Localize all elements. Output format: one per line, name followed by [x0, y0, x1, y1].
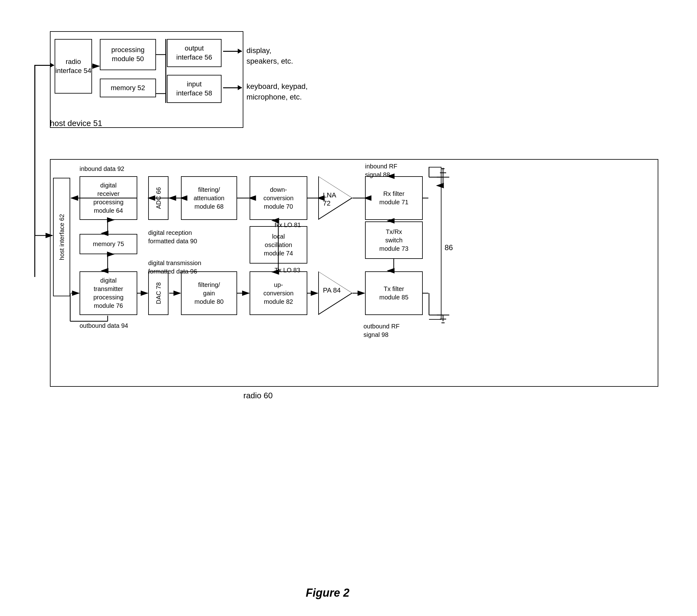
host-interface-box: host interface 62 [53, 178, 70, 296]
outbound-rf-label: outbound RFsignal 98 [364, 322, 400, 339]
outbound-data-94-label: outbound data 94 [79, 322, 128, 329]
digital-reception-label: digital receptionformatted data 90 [148, 229, 197, 245]
host-device-label: host device 51 [50, 119, 102, 128]
keyboard-label: keyboard, keypad,microphone, etc. [247, 81, 308, 102]
input-arrow [223, 87, 242, 88]
figure-label: Figure 2 [306, 586, 350, 600]
uc-module-box: up-conversionmodule 82 [250, 271, 307, 315]
adc-label: ADC 66 [154, 187, 163, 209]
txf-module-label: Tx filtermodule 85 [380, 285, 409, 302]
arrow-to-radio [34, 65, 54, 66]
bracket-86-label: 86 [445, 243, 453, 252]
host-interface-label: host interface 62 [58, 214, 66, 260]
drpm-label: digitalreceiverprocessingmodule 64 [93, 181, 123, 215]
dtpm-box: digitaltransmitterprocessingmodule 76 [79, 271, 137, 315]
output-arrow [223, 51, 242, 52]
dtpm-label: digitaltransmitterprocessingmodule 76 [93, 276, 123, 310]
lo-module-box: localoscillationmodule 74 [250, 226, 307, 264]
host-divider [165, 39, 166, 103]
output-interface-label: outputinterface 56 [176, 44, 212, 62]
dac-box: DAC 78 [148, 271, 168, 315]
fa-module-box: filtering/attenuationmodule 68 [181, 176, 237, 220]
vert-line-host-radio [34, 65, 35, 277]
fa-module-label: filtering/attenuationmodule 68 [194, 185, 225, 211]
pa-label: PA 84 [323, 286, 341, 295]
rxf-module-label: Rx filtermodule 71 [380, 190, 409, 207]
radio-interface-label: radiointerface 54 [56, 57, 91, 75]
rx-lo-label: Rx LO 81 [275, 222, 301, 229]
inbound-data-92-label: inbound data 92 [79, 165, 124, 172]
lo-module-label: localoscillationmodule 74 [264, 232, 293, 258]
inbound-rf-label: inbound RFsignal 88 [365, 162, 397, 179]
display-label: display,speakers, etc. [247, 45, 293, 66]
txrx-module-box: Tx/Rxswitchmodule 73 [365, 222, 423, 259]
drpm-box: digitalreceiverprocessingmodule 64 [79, 176, 137, 220]
processing-module-label: processingmodule 50 [112, 46, 145, 63]
radio-label: radio 60 [243, 391, 273, 401]
rxf-module-box: Rx filtermodule 71 [365, 176, 423, 220]
memory75-label: memory 75 [93, 240, 124, 247]
adc-box: ADC 66 [148, 176, 168, 220]
txf-module-box: Tx filtermodule 85 [365, 271, 423, 315]
input-interface-label: inputinterface 58 [176, 80, 212, 97]
bracket-86 [429, 167, 442, 320]
txrx-module-label: Tx/Rxswitchmodule 73 [380, 228, 409, 253]
fg-module-label: filtering/gainmodule 80 [194, 281, 223, 306]
memory75-box: memory 75 [79, 234, 137, 254]
dac-label: DAC 78 [154, 282, 163, 304]
digital-transmission-label: digital transmissionformatted data 96 [148, 259, 201, 276]
radio-outer-box [50, 159, 658, 387]
processing-module-box: processingmodule 50 [100, 39, 156, 70]
fg-module-box: filtering/gainmodule 80 [181, 271, 237, 315]
uc-module-label: up-conversionmodule 82 [263, 281, 294, 306]
dc-module-label: down-conversionmodule 70 [263, 185, 294, 211]
input-interface-box: inputinterface 58 [167, 75, 222, 103]
memory52-box: memory 52 [100, 79, 156, 97]
lna-label: LNA72 [323, 191, 336, 207]
output-interface-box: outputinterface 56 [167, 39, 222, 67]
memory52-label: memory 52 [111, 84, 145, 92]
radio-interface-box: radiointerface 54 [55, 39, 92, 93]
dc-module-box: down-conversionmodule 70 [250, 176, 307, 220]
tx-lo-label: Tx LO 83 [275, 267, 300, 274]
